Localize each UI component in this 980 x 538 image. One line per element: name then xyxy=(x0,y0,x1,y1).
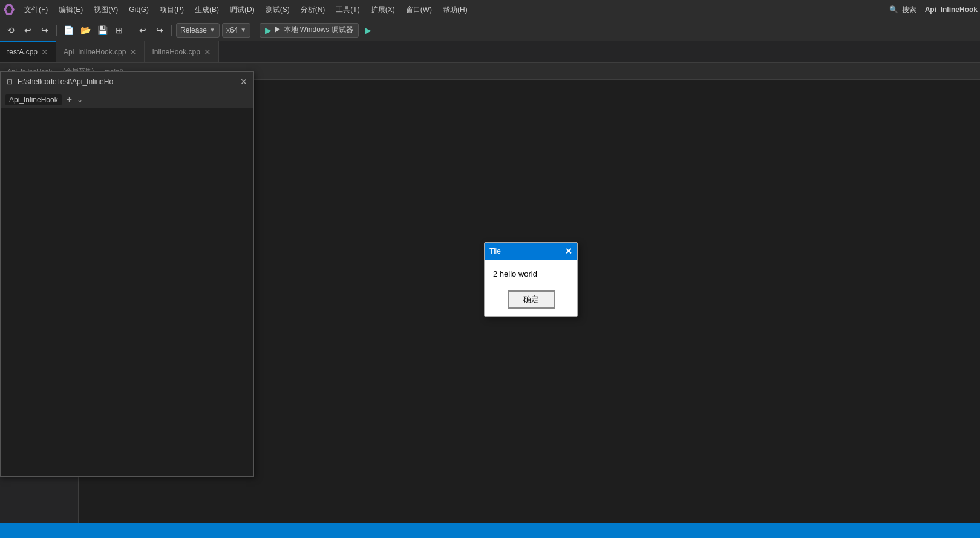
toolbar-sep4 xyxy=(255,25,255,36)
tab-api-inlinehook-cpp[interactable]: Api_InlineHook.cpp ✕ xyxy=(56,41,145,63)
tab-testa-label: testA.cpp xyxy=(7,48,38,56)
run2-button[interactable]: ▶ xyxy=(361,23,376,38)
nav-forward-button[interactable]: ↪ xyxy=(38,23,52,38)
config-arrow-icon: ▼ xyxy=(209,27,215,33)
menu-file[interactable]: 文件(F) xyxy=(19,3,53,17)
app-title: Api_InlineHook xyxy=(925,5,978,14)
terminal-title: F:\shellcodeTest\Api_InlineHo xyxy=(18,77,235,86)
menu-window[interactable]: 窗口(W) xyxy=(401,3,437,17)
tab-inlinehook-close-icon[interactable]: ✕ xyxy=(204,47,211,57)
terminal-window[interactable]: ⊡ F:\shellcodeTest\Api_InlineHo ✕ Api_In… xyxy=(0,71,254,477)
app-logo xyxy=(2,3,16,16)
tab-testa-close-icon[interactable]: ✕ xyxy=(41,47,48,57)
search-icon: 🔍 xyxy=(889,5,898,14)
terminal-tab[interactable]: Api_InlineHook xyxy=(5,94,62,105)
save-all-button[interactable]: ⊞ xyxy=(112,23,126,38)
tab-inlinehook-label: InlineHook.cpp xyxy=(152,48,200,56)
terminal-chevron-icon[interactable]: ⌄ xyxy=(77,96,83,104)
menu-help[interactable]: 帮助(H) xyxy=(438,3,472,17)
run-debugger-button[interactable]: ▶ ▶ 本地 Windows 调试器 xyxy=(260,23,359,38)
tab-testa-cpp[interactable]: testA.cpp ✕ xyxy=(0,41,56,63)
new-file-button[interactable]: 📄 xyxy=(61,23,76,38)
menu-project[interactable]: 项目(P) xyxy=(155,3,189,17)
terminal-icon: ⊡ xyxy=(7,77,13,86)
toolbar: ⟲ ↩ ↪ 📄 📂 💾 ⊞ ↩ ↪ Release ▼ x64 ▼ ▶ ▶ 本地… xyxy=(0,19,980,41)
dialog-titlebar: Tile ✕ xyxy=(485,243,577,260)
search-label: 搜索 xyxy=(902,5,916,15)
open-button[interactable]: 📂 xyxy=(78,23,93,38)
menu-analyze[interactable]: 分析(N) xyxy=(296,3,330,17)
arch-label: x64 xyxy=(226,26,238,34)
terminal-toolbar: Api_InlineHook + ⌄ xyxy=(1,91,253,108)
message-dialog[interactable]: Tile ✕ 2 hello world 确定 xyxy=(484,242,578,317)
toolbar-sep3 xyxy=(171,25,172,36)
terminal-close-icon[interactable]: ✕ xyxy=(240,77,247,87)
dialog-message: 2 hello world xyxy=(493,269,569,278)
terminal-tab-label: Api_InlineHook xyxy=(9,96,58,104)
dialog-body: 2 hello world 确定 xyxy=(485,260,577,316)
refresh-button[interactable]: ↩ xyxy=(21,23,35,38)
menu-test[interactable]: 测试(S) xyxy=(261,3,295,17)
undo-button[interactable]: ↩ xyxy=(136,23,150,38)
config-dropdown[interactable]: Release ▼ xyxy=(176,23,220,38)
terminal-add-button[interactable]: + xyxy=(67,94,72,105)
save-button[interactable]: 💾 xyxy=(95,23,109,38)
menu-git[interactable]: Git(G) xyxy=(124,4,154,16)
arch-arrow-icon: ▼ xyxy=(240,27,246,33)
tab-api-inlinehook-close-icon[interactable]: ✕ xyxy=(129,47,137,57)
tab-inlinehook-cpp[interactable]: InlineHook.cpp ✕ xyxy=(145,41,218,63)
menu-extensions[interactable]: 扩展(X) xyxy=(366,3,400,17)
dialog-title: Tile xyxy=(489,247,501,255)
nav-back-button[interactable]: ⟲ xyxy=(4,23,18,38)
redo-button[interactable]: ↪ xyxy=(152,23,167,38)
menu-search-area: 🔍 搜索 Api_InlineHook xyxy=(889,5,978,15)
dialog-buttons: 确定 xyxy=(493,290,569,309)
menu-tools[interactable]: 工具(T) xyxy=(331,3,364,17)
run-triangle-icon: ▶ xyxy=(265,25,272,35)
editor-tab-bar: testA.cpp ✕ Api_InlineHook.cpp ✕ InlineH… xyxy=(0,41,980,63)
menu-edit[interactable]: 编辑(E) xyxy=(54,3,88,17)
menu-view[interactable]: 视图(V) xyxy=(89,3,123,17)
toolbar-sep1 xyxy=(56,25,57,36)
tab-api-inlinehook-label: Api_InlineHook.cpp xyxy=(64,48,126,56)
arch-dropdown[interactable]: x64 ▼ xyxy=(222,23,250,38)
dialog-close-icon[interactable]: ✕ xyxy=(565,246,572,256)
dialog-ok-button[interactable]: 确定 xyxy=(508,290,555,309)
menu-build[interactable]: 生成(B) xyxy=(190,3,224,17)
terminal-titlebar: ⊡ F:\shellcodeTest\Api_InlineHo ✕ xyxy=(1,72,253,91)
run-debugger-label: ▶ 本地 Windows 调试器 xyxy=(274,25,353,35)
toolbar-sep2 xyxy=(131,25,131,36)
config-label: Release xyxy=(180,26,207,34)
menu-bar: 文件(F) 编辑(E) 视图(V) Git(G) 项目(P) 生成(B) 调试(… xyxy=(0,0,980,19)
menu-debug[interactable]: 调试(D) xyxy=(225,3,260,17)
bottom-status-bar xyxy=(0,523,980,538)
